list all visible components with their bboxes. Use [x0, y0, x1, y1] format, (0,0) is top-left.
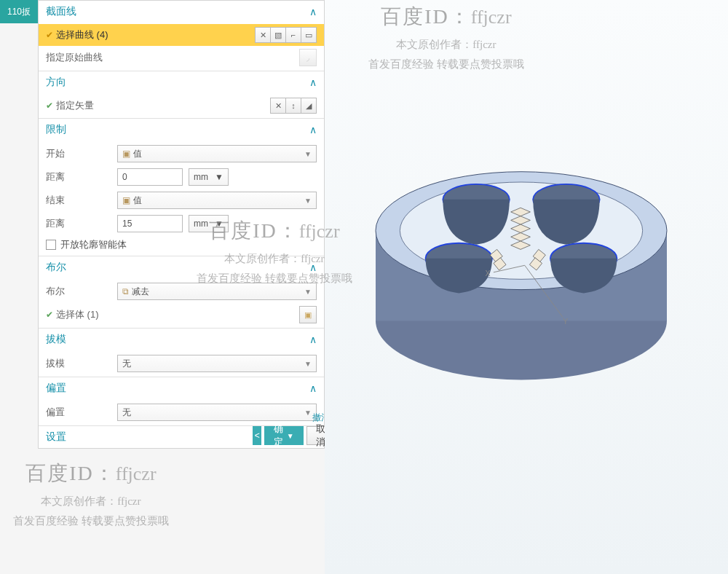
dropdown-icon: ▼: [304, 360, 312, 368]
dist1-row: 距离 0 mm▼: [39, 165, 324, 189]
ok-button[interactable]: 确定 ▼: [264, 426, 303, 445]
section-header-offset[interactable]: 偏置∧: [39, 377, 324, 399]
end-row: 结束 ▣值▼: [39, 189, 324, 212]
unit-select-2[interactable]: mm▼: [189, 215, 229, 232]
dropdown-icon: ▼: [304, 150, 312, 158]
watermark: 百度ID：ffjczr 本文原创作者：ffjczr 首发百度经验 转载要点赞投票…: [368, 0, 524, 74]
curve-tool-icon-4[interactable]: ▭: [301, 27, 317, 43]
specify-vector-row[interactable]: ✔ 指定矢量 ✕ ↕ ◢: [39, 95, 324, 117]
chevron-up-icon: ∧: [309, 382, 317, 394]
side-tab[interactable]: 110扳: [0, 0, 38, 23]
start-row: 开始 ▣值▼: [39, 142, 324, 165]
dist2-input[interactable]: 15: [117, 215, 183, 232]
curve-tool-icon-3[interactable]: ⌐: [285, 27, 301, 43]
vector-tool-icon-2[interactable]: ↕: [285, 98, 301, 114]
vector-tool-icon-1[interactable]: ✕: [270, 98, 286, 114]
specify-orig-curve-row[interactable]: 指定原始曲线 ◞: [39, 46, 324, 69]
unit-select-1[interactable]: mm▼: [189, 168, 229, 186]
dist2-row: 距离 15 mm▼: [39, 212, 324, 235]
dropdown-icon: ▼: [304, 197, 312, 205]
viewport-3d[interactable]: X Y 百度ID：ffjczr 本文原创作者：ffjczr 首发百度经验 转载要…: [325, 0, 728, 574]
curve-tool-icon-1[interactable]: ✕: [255, 27, 271, 43]
body-icon[interactable]: ▣: [299, 306, 317, 323]
select-curve-row[interactable]: ✔ 选择曲线 (4) ✕ ▧ ⌐ ▭: [39, 24, 324, 46]
dropdown-icon: ▼: [215, 172, 223, 182]
check-icon: ✔: [46, 310, 53, 320]
subtract-icon: ⧉: [122, 286, 129, 296]
section-direction: 方向∧ ✔ 指定矢量 ✕ ↕ ◢: [39, 71, 324, 118]
watermark: 百度ID：ffjczr 本文原创作者：ffjczr 首发百度经验 转载要点赞投票…: [13, 455, 169, 531]
prev-button[interactable]: <: [253, 426, 261, 445]
svg-text:Y: Y: [563, 318, 568, 326]
section-limits: 限制∧ 开始 ▣值▼ 距离 0 mm▼ 结束 ▣值▼ 距离 15 mm▼: [39, 118, 324, 256]
value-icon: ▣: [122, 149, 130, 159]
chevron-up-icon: ∧: [309, 6, 317, 17]
section-draft: 拔模∧ 拔模 无▼: [39, 328, 324, 377]
dropdown-icon: ▼: [304, 288, 312, 296]
select-body-row[interactable]: ✔ 选择体 (1) ▣: [39, 303, 324, 326]
dialog-panel: 截面线∧ ✔ 选择曲线 (4) ✕ ▧ ⌐ ▭ 指定原始曲线 ◞ 方向∧: [38, 0, 325, 449]
section-header-direction[interactable]: 方向∧: [39, 71, 324, 93]
bool-select[interactable]: ⧉减去▼: [117, 283, 317, 300]
chevron-up-icon: ∧: [309, 124, 317, 135]
dropdown-icon: ▼: [215, 219, 223, 229]
section-header-limits[interactable]: 限制∧: [39, 119, 324, 141]
model-3d: X Y: [347, 109, 696, 401]
open-profile-checkbox[interactable]: [46, 240, 56, 250]
draft-select[interactable]: 无▼: [117, 355, 317, 372]
start-select[interactable]: ▣值▼: [117, 145, 317, 162]
section-header-draft[interactable]: 拔模∧: [39, 329, 324, 350]
sketch-icon[interactable]: ◞: [299, 49, 317, 66]
chevron-up-icon: ∧: [309, 76, 317, 88]
bool-row: 布尔 ⧉减去▼: [39, 280, 324, 303]
section-header-curves[interactable]: 截面线∧: [39, 1, 324, 23]
value-icon: ▣: [122, 195, 130, 205]
section-boolean: 布尔∧ 布尔 ⧉减去▼ ✔ 选择体 (1) ▣: [39, 256, 324, 328]
svg-text:X: X: [485, 270, 490, 278]
open-profile-row[interactable]: 开放轮廓智能体: [39, 235, 324, 254]
curve-tool-icon-2[interactable]: ▧: [270, 27, 286, 43]
section-curves: 截面线∧ ✔ 选择曲线 (4) ✕ ▧ ⌐ ▭ 指定原始曲线 ◞: [39, 1, 324, 71]
section-header-boolean[interactable]: 布尔∧: [39, 256, 324, 278]
draft-row: 拔模 无▼: [39, 352, 324, 375]
end-select[interactable]: ▣值▼: [117, 192, 317, 209]
check-icon: ✔: [46, 30, 53, 40]
check-icon: ✔: [46, 101, 53, 111]
chevron-up-icon: ∧: [309, 262, 317, 273]
vector-tool-icon-3[interactable]: ◢: [301, 98, 317, 114]
chevron-up-icon: ∧: [309, 334, 317, 345]
dist1-input[interactable]: 0: [117, 168, 183, 186]
